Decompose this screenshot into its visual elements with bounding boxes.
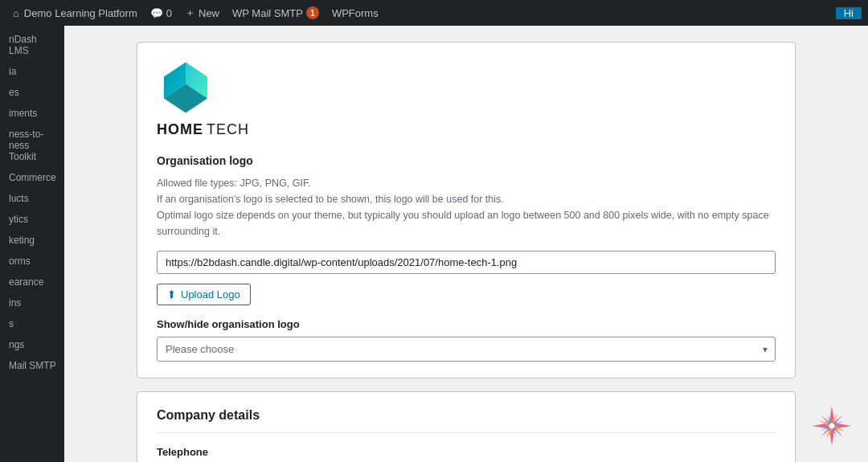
sidebar-item-label: ness-to-ness Toolkit — [9, 129, 43, 162]
sidebar-item-mailsmtp[interactable]: Mail SMTP — [0, 355, 64, 376]
wordpress-icon: ⌂ — [13, 7, 19, 19]
admin-bar-wpforms[interactable]: WPForms — [326, 0, 385, 26]
decorative-star-icon — [804, 398, 860, 454]
wpmail-label: WP Mail SMTP — [232, 7, 303, 19]
company-details-title: Company details — [157, 408, 776, 433]
sidebar-item-label: iments — [9, 108, 37, 119]
upload-logo-button[interactable]: ⬆ Upload Logo — [157, 284, 251, 305]
telephone-label: Telephone — [157, 446, 776, 458]
sidebar-item-label: keting — [9, 235, 35, 246]
upload-logo-label: Upload Logo — [181, 288, 240, 301]
description-line1: Allowed file types: JPG, PNG, GIF. — [157, 175, 776, 191]
description-line3: Optimal logo size depends on your theme,… — [157, 207, 776, 239]
sidebar-item-label: es — [9, 87, 19, 98]
sidebar-item-label: earance — [9, 276, 43, 288]
sidebar-item-marketing[interactable]: keting — [0, 230, 64, 251]
sidebar-item-products[interactable]: lucts — [0, 188, 64, 209]
wpforms-label: WPForms — [332, 7, 379, 19]
svg-point-8 — [829, 423, 835, 429]
admin-bar-site[interactable]: ⌂ Demo Learning Platform — [6, 0, 144, 26]
sidebar-item-s[interactable]: s — [0, 313, 64, 334]
logo-svg-icon — [157, 59, 215, 117]
sidebar-item-ndash-lms[interactable]: nDash LMS — [0, 29, 64, 61]
admin-bar-comments[interactable]: 💬 0 — [144, 0, 178, 26]
sidebar-item-commerce[interactable]: Commerce — [0, 167, 64, 188]
sidebar-item-settings[interactable]: ngs — [0, 334, 64, 355]
show-hide-select-wrapper: Please choose Show Hide ▾ — [157, 337, 776, 362]
hi-label: Hi — [844, 7, 854, 19]
new-label: New — [199, 7, 219, 19]
sidebar-item-label: nDash LMS — [9, 34, 37, 56]
home-tech-logo: HOME TECH — [157, 59, 249, 138]
layout: nDash LMS ia es iments ness-to-ness Tool… — [0, 26, 868, 462]
comment-count: 0 — [166, 7, 172, 19]
logo-description: Allowed file types: JPG, PNG, GIF. If an… — [157, 175, 776, 239]
sidebar-item-iments[interactable]: iments — [0, 103, 64, 124]
organisation-logo-card: HOME TECH Organisation logo Allowed file… — [137, 42, 796, 378]
sidebar-item-toolkit[interactable]: ness-to-ness Toolkit — [0, 124, 64, 167]
admin-bar-hi-button[interactable]: Hi — [836, 7, 862, 19]
plus-icon: ＋ — [185, 6, 195, 20]
logo-url-input[interactable] — [157, 251, 776, 274]
sidebar: nDash LMS ia es iments ness-to-ness Tool… — [0, 26, 64, 462]
company-details-card: Company details Telephone Address line 1 — [137, 391, 796, 462]
sidebar-item-ia[interactable]: ia — [0, 61, 64, 82]
sidebar-item-plugins[interactable]: ins — [0, 292, 64, 313]
admin-bar: ⌂ Demo Learning Platform 💬 0 ＋ New WP Ma… — [0, 0, 868, 26]
sidebar-item-label: lucts — [9, 193, 29, 204]
sidebar-item-label: orms — [9, 256, 31, 267]
sidebar-item-label: Commerce — [9, 172, 56, 183]
sidebar-item-label: ins — [9, 297, 21, 309]
sidebar-item-label: Mail SMTP — [9, 360, 56, 371]
comment-icon: 💬 — [150, 7, 163, 19]
sidebar-item-es[interactable]: es — [0, 82, 64, 103]
wpmail-badge: 1 — [306, 6, 319, 19]
sidebar-item-label: ia — [9, 66, 16, 77]
site-name: Demo Learning Platform — [24, 7, 137, 19]
logo-text: HOME TECH — [157, 121, 249, 138]
sidebar-item-label: s — [9, 318, 14, 329]
organisation-logo-title: Organisation logo — [157, 154, 776, 167]
admin-bar-wpmail[interactable]: WP Mail SMTP 1 — [226, 0, 326, 26]
admin-bar-right: Hi — [836, 7, 862, 19]
description-line2: If an organisation's logo is selected to… — [157, 191, 776, 207]
show-hide-organisation-logo-label: Show/hide organisation logo — [157, 318, 776, 330]
sidebar-item-analytics[interactable]: ytics — [0, 209, 64, 230]
sidebar-item-forms[interactable]: orms — [0, 251, 64, 272]
admin-bar-new[interactable]: ＋ New — [178, 0, 226, 26]
logo-text-tech: TECH — [207, 121, 249, 138]
logo-text-home: HOME — [157, 121, 203, 138]
upload-icon: ⬆ — [167, 288, 176, 301]
sidebar-item-appearance[interactable]: earance — [0, 272, 64, 292]
content-area: HOME TECH Organisation logo Allowed file… — [121, 26, 812, 462]
logo-preview: HOME TECH — [157, 59, 776, 138]
sidebar-item-label: ngs — [9, 339, 24, 350]
sidebar-item-label: ytics — [9, 214, 28, 225]
main-content: HOME TECH Organisation logo Allowed file… — [64, 26, 868, 462]
show-hide-select[interactable]: Please choose Show Hide — [157, 337, 776, 362]
